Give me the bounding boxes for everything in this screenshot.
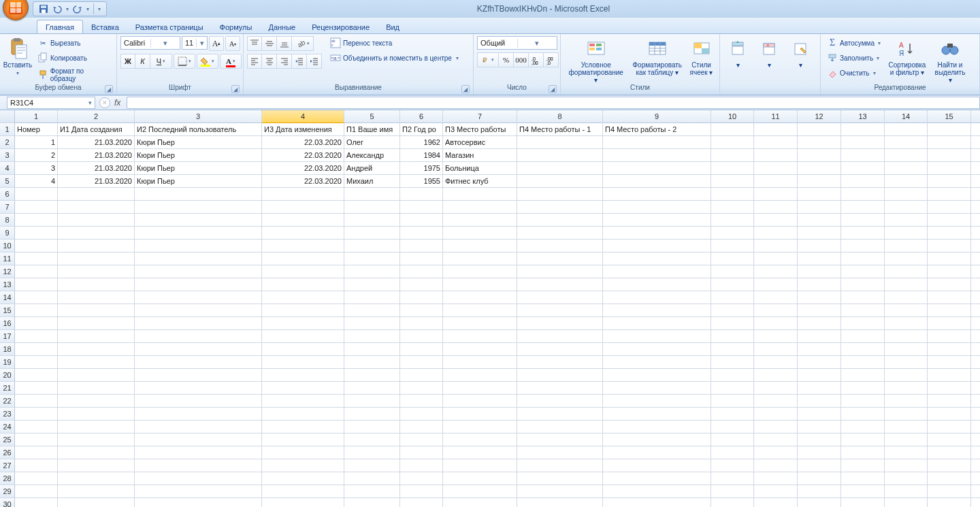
col-header[interactable]: 13 bbox=[841, 110, 885, 123]
cell[interactable] bbox=[344, 421, 400, 434]
cell[interactable] bbox=[262, 240, 344, 252]
cell[interactable] bbox=[711, 188, 754, 201]
font-name-combo[interactable]: Calibri▾ bbox=[120, 36, 180, 50]
format-as-table-button[interactable]: Форматировать как таблицу ▾ bbox=[630, 36, 684, 78]
cell[interactable] bbox=[443, 188, 517, 201]
cell[interactable] bbox=[443, 240, 517, 252]
cell[interactable] bbox=[971, 459, 980, 472]
cell[interactable]: П2 Год ро bbox=[400, 123, 443, 136]
col-header[interactable]: 12 bbox=[798, 110, 841, 123]
cell[interactable] bbox=[15, 265, 58, 278]
cell[interactable] bbox=[400, 317, 443, 330]
cell[interactable] bbox=[603, 304, 711, 317]
cell[interactable] bbox=[443, 278, 517, 291]
cell[interactable] bbox=[798, 369, 841, 382]
cell[interactable] bbox=[15, 304, 58, 317]
cell[interactable] bbox=[711, 214, 754, 227]
cell[interactable] bbox=[344, 317, 400, 330]
cell[interactable] bbox=[754, 343, 798, 356]
cell[interactable] bbox=[344, 240, 400, 252]
row-header[interactable]: 2 bbox=[0, 136, 15, 149]
cell[interactable] bbox=[135, 317, 262, 330]
cell[interactable] bbox=[603, 188, 711, 201]
wrap-text-button[interactable]: abcПеренос текста bbox=[327, 36, 461, 50]
cell[interactable] bbox=[754, 149, 798, 162]
cell[interactable] bbox=[603, 240, 711, 252]
cell[interactable] bbox=[754, 369, 798, 382]
cell[interactable] bbox=[928, 498, 971, 507]
cell[interactable] bbox=[400, 446, 443, 459]
cell[interactable] bbox=[262, 395, 344, 408]
tab-Разметка страницы[interactable]: Разметка страницы bbox=[127, 20, 212, 33]
cell[interactable]: 21.03.2020 bbox=[58, 136, 135, 149]
decrease-indent-button[interactable] bbox=[292, 54, 307, 69]
align-center-button[interactable] bbox=[262, 54, 277, 69]
row-header[interactable]: 1 bbox=[0, 123, 15, 136]
cell[interactable] bbox=[798, 252, 841, 265]
cell[interactable] bbox=[971, 343, 980, 356]
cell[interactable] bbox=[135, 291, 262, 304]
cell[interactable] bbox=[135, 421, 262, 434]
cell[interactable] bbox=[798, 330, 841, 343]
cell[interactable] bbox=[443, 421, 517, 434]
cell[interactable] bbox=[798, 201, 841, 214]
cell[interactable] bbox=[798, 472, 841, 485]
cell[interactable] bbox=[58, 408, 135, 421]
cell[interactable] bbox=[928, 472, 971, 485]
cell[interactable] bbox=[885, 175, 928, 188]
number-format-combo[interactable]: Общий▾ bbox=[477, 36, 557, 50]
cell[interactable] bbox=[841, 395, 885, 408]
cell[interactable] bbox=[841, 265, 885, 278]
cell[interactable] bbox=[262, 252, 344, 265]
cell[interactable] bbox=[517, 472, 603, 485]
cell[interactable] bbox=[58, 304, 135, 317]
row-header[interactable]: 3 bbox=[0, 149, 15, 162]
cell[interactable] bbox=[754, 214, 798, 227]
cell[interactable] bbox=[135, 434, 262, 446]
cell[interactable] bbox=[603, 434, 711, 446]
cell[interactable] bbox=[885, 459, 928, 472]
row-header[interactable]: 20 bbox=[0, 369, 15, 382]
cell[interactable] bbox=[443, 291, 517, 304]
cell[interactable] bbox=[754, 382, 798, 395]
cell[interactable] bbox=[400, 240, 443, 252]
cell[interactable] bbox=[798, 291, 841, 304]
cell[interactable] bbox=[754, 265, 798, 278]
cell[interactable] bbox=[15, 252, 58, 265]
cell[interactable] bbox=[928, 459, 971, 472]
cell[interactable] bbox=[971, 162, 980, 175]
row-header[interactable]: 7 bbox=[0, 201, 15, 214]
cell[interactable] bbox=[928, 265, 971, 278]
cell[interactable] bbox=[885, 214, 928, 227]
cell[interactable] bbox=[15, 356, 58, 369]
cell[interactable] bbox=[928, 356, 971, 369]
cell[interactable] bbox=[517, 356, 603, 369]
col-header[interactable]: 14 bbox=[885, 110, 928, 123]
cell[interactable] bbox=[711, 240, 754, 252]
cell[interactable] bbox=[928, 369, 971, 382]
merge-center-button[interactable]: aОбъединить и поместить в центре▾ bbox=[327, 51, 461, 65]
cell[interactable] bbox=[400, 343, 443, 356]
cell[interactable] bbox=[841, 304, 885, 317]
row-header[interactable]: 8 bbox=[0, 214, 15, 227]
cell[interactable] bbox=[603, 446, 711, 459]
cell[interactable] bbox=[603, 472, 711, 485]
cell[interactable] bbox=[135, 459, 262, 472]
cell[interactable] bbox=[885, 317, 928, 330]
cell[interactable] bbox=[711, 291, 754, 304]
cell[interactable] bbox=[344, 227, 400, 240]
cell[interactable] bbox=[400, 265, 443, 278]
cell[interactable] bbox=[443, 252, 517, 265]
undo-icon[interactable] bbox=[52, 4, 62, 14]
cell[interactable] bbox=[58, 485, 135, 498]
cell[interactable] bbox=[798, 278, 841, 291]
cell[interactable] bbox=[711, 498, 754, 507]
cell[interactable] bbox=[58, 227, 135, 240]
fx-icon[interactable]: fx bbox=[114, 98, 127, 108]
cell[interactable] bbox=[798, 265, 841, 278]
cell[interactable] bbox=[971, 278, 980, 291]
cell[interactable] bbox=[262, 317, 344, 330]
cell[interactable] bbox=[15, 382, 58, 395]
cell[interactable] bbox=[754, 434, 798, 446]
cell[interactable] bbox=[58, 459, 135, 472]
